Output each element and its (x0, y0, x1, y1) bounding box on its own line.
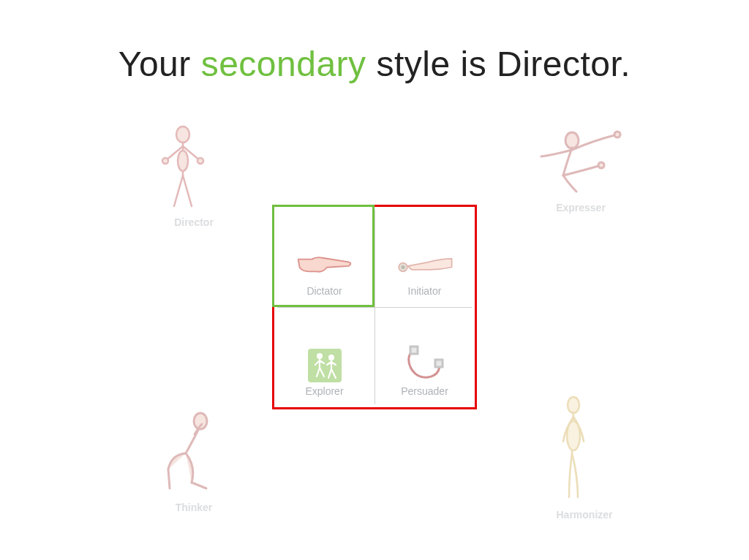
pointing-hand-icon (296, 247, 354, 284)
svg-point-3 (178, 151, 188, 171)
quadrant-dictator: Dictator (274, 207, 374, 307)
svg-point-1 (162, 158, 168, 164)
svg-point-9 (567, 421, 580, 450)
corner-harmonizer-label: Harmonizer (544, 509, 625, 521)
style-grid: Dictator Initiator (272, 205, 477, 409)
harmonizer-figure-icon (544, 395, 625, 504)
svg-point-11 (401, 265, 404, 269)
page-title: Your secondary style is Director. (0, 44, 749, 84)
pressing-button-hand-icon (396, 247, 454, 284)
quadrant-dictator-label: Dictator (306, 285, 342, 297)
corner-expresser-label: Expresser (530, 202, 632, 213)
svg-rect-16 (435, 360, 443, 367)
svg-point-4 (565, 132, 579, 148)
svg-rect-12 (308, 349, 342, 382)
corner-thinker-label: Thinker (154, 502, 234, 513)
quadrant-explorer: Explorer (274, 307, 374, 407)
svg-rect-15 (410, 347, 418, 354)
svg-point-0 (176, 126, 189, 143)
title-part1: Your (118, 45, 201, 83)
slide: Your secondary style is Director. Direct… (0, 0, 749, 560)
corner-expresser: Expresser (530, 124, 632, 213)
svg-point-6 (598, 162, 604, 168)
corner-thinker: Thinker (154, 409, 234, 513)
director-figure-icon (154, 124, 234, 212)
corner-harmonizer: Harmonizer (544, 395, 625, 521)
quadrant-explorer-label: Explorer (305, 385, 343, 397)
magnet-icon (396, 347, 454, 384)
corner-director: Director (154, 124, 234, 228)
quadrant-persuader-label: Persuader (401, 385, 448, 397)
title-accent-word: secondary (201, 45, 366, 83)
svg-point-8 (568, 397, 579, 413)
svg-point-5 (614, 132, 620, 137)
quadrant-persuader: Persuader (374, 307, 475, 407)
thinker-figure-icon (154, 409, 234, 497)
title-part2: style is Director. (366, 45, 631, 83)
svg-point-2 (197, 158, 203, 164)
expresser-figure-icon (530, 124, 632, 197)
hikers-icon (296, 347, 354, 384)
quadrant-initiator: Initiator (374, 207, 475, 307)
quadrant-initiator-label: Initiator (408, 285, 442, 297)
corner-director-label: Director (154, 216, 234, 228)
